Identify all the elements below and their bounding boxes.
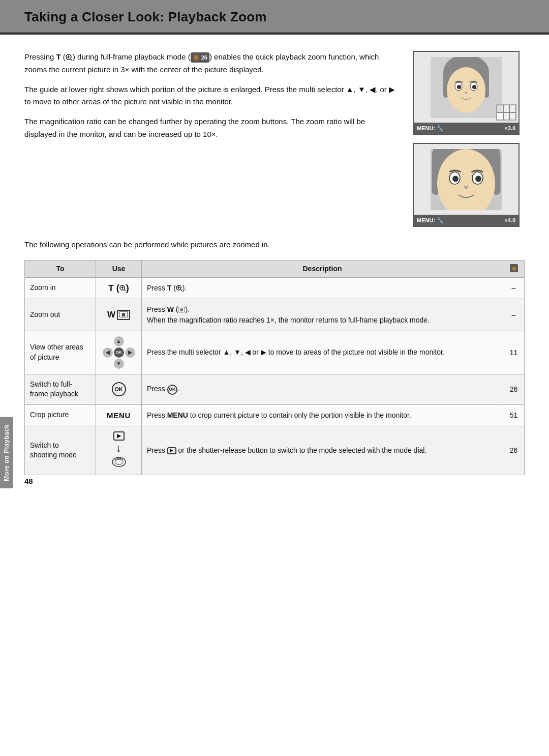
T-zoom-symbol: T [108, 283, 113, 293]
W-box-icon: ▦ [119, 311, 128, 317]
face-illustration-1 [431, 57, 502, 118]
row-icon-shoot: 26 [503, 426, 525, 475]
camera-screen-1: MENU: 🔧 ×3.0 [413, 51, 520, 135]
row-desc-zoom-in: Press T (). [142, 277, 503, 299]
zoom-in-use-icon [119, 285, 126, 292]
ok-button-icon: OK [112, 382, 126, 396]
row-icon-fullframe: 26 [503, 374, 525, 404]
table-header-row: To Use Description 🔆 [25, 260, 525, 277]
svg-text:▦: ▦ [121, 312, 126, 317]
zoom-in-icon [66, 54, 73, 61]
svg-point-37 [115, 459, 123, 464]
row-use-zoom-out: W ▦ [96, 299, 142, 331]
dpad-up: ▲ [114, 336, 124, 346]
row-to-crop: Crop picture [25, 404, 96, 426]
row-icon-zoom-out: – [503, 299, 525, 331]
T-key-desc: T [167, 284, 172, 292]
mode-dial-svg [112, 456, 126, 467]
row-use-view-areas: ▲ ◀ OK ▶ ▼ [96, 331, 142, 374]
header-to: To [25, 260, 96, 277]
grid-cell [503, 105, 510, 112]
row-use-zoom-in: T () [96, 277, 142, 299]
svg-point-21 [475, 176, 481, 182]
dpad-bottomright [125, 359, 135, 369]
W-key: W [107, 310, 115, 320]
grid-cell [497, 105, 503, 112]
row-icon-crop: 51 [503, 404, 525, 426]
header-description: Description [142, 260, 503, 277]
playback-btn-icon: ▶ [113, 431, 125, 441]
guide-grid-1 [496, 104, 516, 121]
mode-dial-icon [112, 456, 126, 470]
dpad-center-ok: OK [114, 347, 124, 358]
down-arrow-icon: ↓ [116, 443, 121, 454]
row-to-shoot: Switch toshooting mode [25, 426, 96, 475]
dpad-down: ▼ [114, 359, 124, 369]
camera-bottom-bar-2: MENU: 🔧 ×4.0 [414, 215, 518, 226]
table-row: View other areasof picture ▲ ◀ OK ▶ ▼ [25, 331, 525, 374]
main-content: Pressing T () during full-frame playback… [0, 35, 549, 500]
intro-para2: The guide at lower right shows which por… [24, 83, 396, 109]
ref-badge-1: 🔆 26 [191, 52, 209, 63]
table-row: Crop picture MENU Press MENU to crop cur… [25, 404, 525, 426]
row-use-fullframe: OK [96, 374, 142, 404]
dpad-control: ▲ ◀ OK ▶ ▼ [103, 336, 135, 369]
header-icon: 🔆 [503, 260, 525, 277]
W-box-desc-icon: ▦ [178, 307, 185, 312]
table-row: Switch toshooting mode ▶ ↓ [25, 426, 525, 475]
svg-line-29 [180, 290, 182, 292]
T-key: T [56, 52, 61, 61]
intro-para3: The magnification ratio can be changed f… [24, 115, 396, 141]
menu-key-icon: MENU [107, 411, 131, 420]
dpad-bottomleft [103, 359, 113, 369]
grid-cell [503, 112, 510, 120]
grid-cell [509, 105, 516, 112]
row-desc-zoom-out: Press W (▦). When the magnification rati… [142, 299, 503, 331]
page-number: 48 [24, 477, 33, 485]
menu-key-desc: MENU [167, 411, 188, 419]
W-icon: ▦ [117, 310, 130, 320]
row-icon-zoom-in: – [503, 277, 525, 299]
svg-point-10 [457, 85, 461, 89]
W-key-desc: W [167, 305, 174, 313]
ok-inline-icon: OK [167, 385, 177, 395]
face-area-2 [414, 144, 518, 215]
intro-text-block: Pressing T () during full-frame playback… [24, 51, 396, 227]
dpad-topleft [103, 336, 113, 346]
playback-inline-icon: ▶ [167, 447, 176, 454]
grid-cell-highlight [497, 112, 503, 120]
svg-point-19 [452, 176, 459, 182]
intro-para1: Pressing T () during full-frame playback… [24, 51, 396, 76]
row-to-zoom-in: Zoom in [25, 277, 96, 299]
intro-section: Pressing T () during full-frame playback… [24, 51, 525, 227]
svg-line-1 [71, 59, 72, 61]
svg-line-25 [124, 290, 126, 292]
page-header: Taking a Closer Look: Playback Zoom [0, 0, 549, 33]
table-row: Zoom out W ▦ Press W (▦). [25, 299, 525, 331]
table-row: Zoom in T () Press T (). – [25, 277, 525, 299]
table-row: Switch to full-frame playback OK Press O… [25, 374, 525, 404]
row-desc-fullframe: Press OK. [142, 374, 503, 404]
dpad-left: ◀ [103, 347, 113, 358]
menu-label-1: MENU: 🔧 [417, 125, 444, 132]
grid-cell [509, 112, 516, 120]
dpad-topright [125, 336, 135, 346]
shoot-mode-icons: ▶ ↓ [101, 431, 136, 470]
camera-screen-2: MENU: 🔧 ×4.0 [413, 143, 520, 227]
row-to-fullframe: Switch to full-frame playback [25, 374, 96, 404]
camera-bottom-bar-1: MENU: 🔧 ×3.0 [414, 123, 518, 134]
page-title: Taking a Closer Look: Playback Zoom [24, 9, 525, 25]
row-use-shoot: ▶ ↓ [96, 426, 142, 475]
svg-point-36 [112, 457, 126, 467]
row-to-view-areas: View other areasof picture [25, 331, 96, 374]
following-ops-text: The following operations can be performe… [24, 239, 525, 251]
svg-point-8 [447, 67, 485, 113]
zoom-in-desc-icon [176, 285, 182, 292]
row-use-crop: MENU [96, 404, 142, 426]
header-use: Use [96, 260, 142, 277]
dpad-right: ▶ [125, 347, 135, 358]
svg-text:▦: ▦ [180, 308, 184, 311]
ref-icon: 🔆 [509, 264, 518, 273]
face-illustration-2 [431, 149, 502, 210]
row-desc-shoot: Press ▶ or the shutter-release button to… [142, 426, 503, 475]
